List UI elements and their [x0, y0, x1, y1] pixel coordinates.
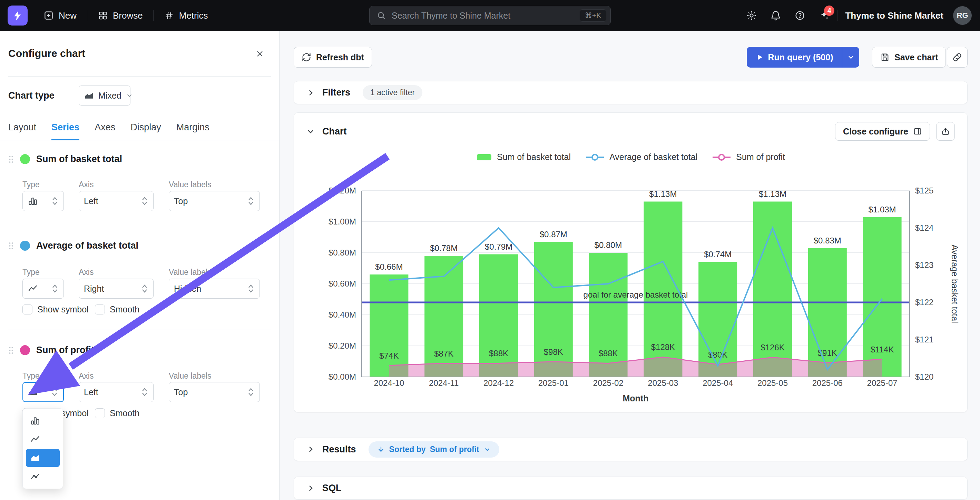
value-labels-field-label: Value labels — [169, 268, 212, 277]
type-option-area[interactable] — [26, 449, 60, 467]
refresh-dbt-label: Refresh dbt — [316, 52, 364, 62]
series2-value-labels-select[interactable]: Hidden — [169, 279, 260, 298]
chevron-down-icon[interactable] — [306, 127, 315, 135]
series-color-dot[interactable] — [20, 154, 30, 164]
chevron-down-icon — [126, 92, 133, 99]
app-logo[interactable] — [8, 6, 28, 25]
save-chart-button[interactable]: Save chart — [872, 47, 946, 68]
series3-type-select[interactable] — [22, 382, 64, 402]
series1-value-labels-select[interactable]: Top — [169, 191, 260, 211]
type-option-scatter[interactable] — [26, 468, 60, 486]
sort-descending-icon — [377, 445, 385, 454]
area-chart-icon — [30, 453, 40, 463]
series1-type-select[interactable] — [22, 191, 64, 211]
checkbox[interactable] — [22, 305, 32, 314]
line-chart-icon — [28, 283, 38, 294]
checkbox[interactable] — [95, 305, 105, 314]
checkbox-label: Smooth — [110, 305, 139, 314]
drag-handle-icon[interactable] — [8, 346, 14, 355]
value-labels-value: Top — [174, 196, 188, 206]
run-query-dropdown-button[interactable] — [842, 47, 859, 68]
type-field-label: Type — [22, 371, 40, 381]
filters-header[interactable]: Filters 1 active filter — [294, 81, 967, 104]
search-input[interactable] — [391, 11, 574, 21]
type-option-bar[interactable] — [26, 412, 60, 430]
refresh-dbt-button[interactable]: Refresh dbt — [294, 47, 372, 68]
series3-axis-select[interactable]: Left — [79, 382, 154, 402]
series2-show-symbol-checkbox[interactable]: Show symbol — [22, 305, 89, 314]
mixed-chart: $0.00M$0.20M$0.40M$0.60M$0.80M$1.00M$1.2… — [294, 161, 968, 406]
series1-axis-select[interactable]: Left — [79, 191, 154, 211]
series-color-dot[interactable] — [20, 241, 30, 251]
settings-button[interactable] — [741, 6, 763, 25]
tab-margins[interactable]: Margins — [176, 122, 210, 140]
new-label: New — [59, 10, 76, 21]
help-button[interactable] — [789, 6, 811, 25]
hash-icon — [164, 10, 174, 21]
tab-layout[interactable]: Layout — [8, 122, 36, 140]
close-panel-button[interactable] — [255, 49, 265, 59]
sorted-by-pill[interactable]: Sorted by Sum of profit — [369, 441, 499, 457]
type-field-label: Type — [22, 180, 40, 189]
series-color-dot[interactable] — [20, 345, 30, 355]
org-name[interactable]: Thyme to Shine Market — [840, 10, 951, 21]
divider — [8, 76, 271, 76]
type-option-line[interactable] — [26, 430, 60, 448]
svg-text:$0.66M: $0.66M — [375, 262, 403, 271]
run-query-button[interactable]: Run query (500) — [747, 47, 842, 68]
value-labels-field-label: Value labels — [169, 371, 212, 381]
tab-axes[interactable]: Axes — [95, 122, 115, 140]
svg-text:2025-01: 2025-01 — [538, 378, 569, 387]
svg-text:2024-11: 2024-11 — [429, 378, 458, 387]
ai-assistant-button[interactable]: 4 — [813, 6, 835, 25]
series3-value-labels-select[interactable]: Top — [169, 382, 260, 402]
browse-button[interactable]: Browse — [89, 6, 151, 25]
global-search[interactable]: ⌘+K — [369, 6, 611, 25]
sql-section: SQL — [294, 476, 967, 500]
svg-text:$0.80M: $0.80M — [595, 240, 622, 250]
tab-series[interactable]: Series — [51, 122, 80, 140]
metrics-label: Metrics — [179, 10, 208, 21]
play-icon — [756, 53, 764, 61]
metrics-button[interactable]: Metrics — [156, 6, 216, 25]
sql-header[interactable]: SQL — [294, 477, 967, 499]
series-header-sum-profit: Sum of profit — [8, 345, 94, 356]
chart-type-select[interactable]: Mixed — [79, 86, 130, 106]
svg-text:$125: $125 — [915, 186, 934, 195]
value-labels-value: Top — [174, 387, 188, 397]
series2-axis-select[interactable]: Right — [79, 279, 154, 298]
chevron-down-icon — [484, 446, 491, 453]
series2-type-select[interactable] — [22, 279, 64, 298]
checkbox[interactable] — [95, 408, 105, 418]
copy-link-button[interactable] — [947, 47, 967, 68]
legend-item[interactable]: Sum of profit — [712, 152, 785, 162]
bar-chart-icon — [30, 416, 40, 426]
chevron-right-icon[interactable] — [306, 484, 315, 492]
sorted-by-label: Sorted by — [389, 445, 426, 454]
chevron-right-icon[interactable] — [306, 89, 315, 97]
export-chart-button[interactable] — [936, 122, 955, 141]
series2-smooth-checkbox[interactable]: Smooth — [95, 305, 139, 314]
svg-text:$124: $124 — [915, 223, 934, 232]
nav-left-group: New Browse Metrics — [0, 6, 216, 25]
svg-text:Average basket total: Average basket total — [950, 244, 959, 323]
close-configure-button[interactable]: Close configure — [835, 122, 930, 141]
legend-item[interactable]: Average of basket total — [585, 152, 697, 162]
drag-handle-icon[interactable] — [8, 155, 14, 164]
chevron-right-icon[interactable] — [306, 445, 315, 454]
svg-text:$120: $120 — [915, 372, 934, 381]
legend-item[interactable]: Sum of basket total — [476, 152, 571, 162]
new-button[interactable]: New — [35, 6, 85, 25]
svg-text:2025-03: 2025-03 — [648, 378, 678, 387]
avatar[interactable]: RG — [953, 6, 972, 25]
type-field-label: Type — [22, 268, 40, 277]
tab-display[interactable]: Display — [130, 122, 161, 140]
svg-text:$121: $121 — [915, 335, 934, 344]
nav-separator — [153, 10, 154, 21]
svg-text:$114K: $114K — [870, 345, 894, 354]
notifications-button[interactable] — [765, 6, 787, 25]
drag-handle-icon[interactable] — [8, 241, 14, 250]
results-header[interactable]: Results Sorted by Sum of profit — [294, 438, 967, 461]
series3-smooth-checkbox[interactable]: Smooth — [95, 408, 139, 418]
link-icon — [952, 52, 963, 62]
